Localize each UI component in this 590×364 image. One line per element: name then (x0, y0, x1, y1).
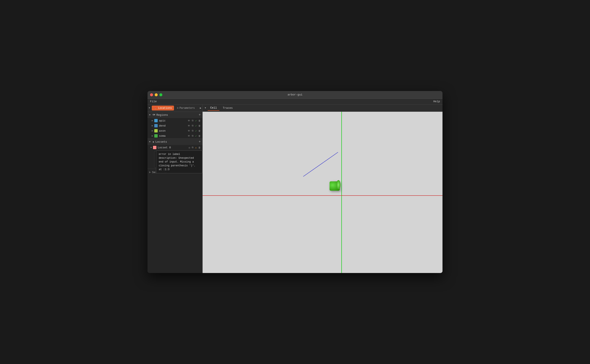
region-axon-delete-icon[interactable]: 🗑 (198, 130, 201, 132)
blue-axis-line (303, 152, 338, 176)
locset-0-right: ◎ ⧉ ⚠ 🗑 (189, 146, 201, 149)
regions-map-icon: 🗺 (153, 113, 155, 117)
region-apic-left: ▶ apic (152, 119, 166, 122)
locset-0-expand-icon[interactable]: ▼ (150, 146, 152, 149)
tab-arrow-icon: ▼ (149, 107, 150, 109)
locset-0-left: ▼ Locset 0 (150, 146, 171, 149)
tab-cell-label: Cell (210, 106, 217, 109)
locset-0-copy-icon[interactable]: ⧉ (192, 146, 194, 149)
sidebar: ▼ 📍 Locations ≡ Parameters ▶ Simulation (148, 104, 203, 273)
region-dend-right: 👁 ⧉ ✓ 🗑 (188, 124, 201, 127)
region-dend-eye-icon[interactable]: 👁 (188, 124, 190, 127)
tab-parameters[interactable]: ≡ Parameters (175, 106, 197, 110)
region-dend-color[interactable] (154, 124, 158, 127)
region-dend-delete-icon[interactable]: 🗑 (198, 124, 201, 127)
green-axis-line (342, 112, 342, 273)
region-axon-check-icon[interactable]: ✓ (195, 130, 197, 132)
selection-panel: ⊢ Selection (148, 169, 202, 273)
regions-label: Regions (156, 113, 168, 117)
locsets-collapse-icon: ▼ (149, 141, 150, 143)
locset-0-code-area: (1 error in label description: Unexpecte… (148, 150, 202, 169)
region-axon-copy-icon[interactable]: ⧉ (192, 130, 194, 132)
regions-title: ▼ 🗺 Regions (149, 113, 168, 117)
locset-0-warning-icon[interactable]: ⚠ (195, 146, 197, 149)
list-item: ▶ dend 👁 ⧉ ✓ 🗑 (148, 123, 202, 128)
title-bar: arbor-gui (148, 91, 442, 99)
red-axis-line (203, 195, 442, 196)
region-axon-left: ▶ axon (152, 129, 166, 132)
region-soma-left: ▶ soma (152, 134, 166, 137)
region-apic-check-icon[interactable]: ✓ (195, 119, 197, 122)
soma-object (329, 181, 340, 191)
region-axon-eye-icon[interactable]: 👁 (188, 130, 190, 132)
locset-0-label: Locset 0 (158, 146, 171, 149)
main-window: arbor-gui File Help ▼ 📍 Locations (148, 91, 442, 273)
locset-item-0: ▼ Locset 0 ◎ ⧉ ⚠ 🗑 (1 (148, 145, 202, 169)
list-item: ▶ soma 👁 ⧉ ✓ 🗑 (148, 133, 202, 138)
region-apic-right: 👁 ⧉ ✓ 🗑 (188, 119, 201, 122)
region-dend-label: dend (159, 124, 166, 127)
selection-cursor-icon: ⊢ (149, 171, 151, 174)
window-title: arbor-gui (288, 93, 302, 96)
region-soma-label: soma (159, 134, 166, 137)
tab-locations-label: Locations (158, 107, 172, 110)
region-apic-eye-icon[interactable]: 👁 (188, 119, 190, 122)
region-apic-label: apic (159, 119, 166, 122)
locsets-title: ▼ ◆ Locsets (149, 140, 167, 143)
menu-right: Help (433, 100, 440, 103)
tooltip-text: error in label description: Unexpected e… (159, 153, 195, 171)
error-tooltip: error in label description: Unexpected e… (156, 150, 202, 173)
region-axon-color[interactable] (154, 129, 158, 132)
locsets-label: Locsets (155, 140, 167, 143)
tab-locations[interactable]: 📍 Locations (152, 106, 174, 110)
region-soma-color[interactable] (154, 134, 158, 137)
help-menu[interactable]: Help (433, 100, 440, 103)
region-soma-expand-icon[interactable]: ▶ (152, 135, 153, 137)
menu-left: File (150, 100, 157, 103)
tab-parameters-label: Parameters (180, 107, 195, 110)
locsets-header[interactable]: ▼ ◆ Locsets + (148, 139, 202, 145)
region-soma-delete-icon[interactable]: 🗑 (198, 135, 201, 137)
locsets-section: ▼ ◆ Locsets + ▼ Locset 0 (148, 139, 202, 169)
region-dend-copy-icon[interactable]: ⧉ (192, 124, 194, 127)
parameters-tab-icon: ≡ (177, 107, 178, 110)
maximize-button[interactable] (159, 93, 162, 96)
region-dend-left: ▶ dend (152, 124, 166, 127)
region-soma-eye-icon[interactable]: 👁 (188, 135, 190, 137)
tab-traces[interactable]: Traces (220, 106, 235, 110)
region-apic-color[interactable] (154, 119, 158, 122)
locsets-add-button[interactable]: + (199, 140, 201, 144)
traffic-lights (150, 93, 162, 96)
close-button[interactable] (150, 93, 153, 96)
file-menu[interactable]: File (150, 100, 157, 103)
scene-container (203, 112, 442, 273)
tab-traces-label: Traces (223, 106, 233, 110)
locset-0-eye-icon[interactable]: ◎ (189, 146, 190, 149)
region-soma-right: 👁 ⧉ ✓ 🗑 (188, 135, 201, 137)
region-dend-expand-icon[interactable]: ▶ (152, 124, 153, 127)
locations-tab-icon: 📍 (154, 106, 157, 110)
locset-0-delete-icon[interactable]: 🗑 (198, 146, 201, 149)
locset-0-header-row: ▼ Locset 0 ◎ ⧉ ⚠ 🗑 (148, 145, 202, 150)
region-soma-copy-icon[interactable]: ⧉ (192, 135, 194, 137)
locsets-diamond-icon: ◆ (153, 140, 154, 143)
region-axon-expand-icon[interactable]: ▶ (152, 130, 153, 132)
minimize-button[interactable] (155, 93, 158, 96)
3d-canvas[interactable] (203, 112, 442, 273)
list-item: ▶ apic 👁 ⧉ ✓ 🗑 (148, 118, 202, 123)
list-item: ▶ axon 👁 ⧉ ✓ 🗑 (148, 128, 202, 133)
locset-0-color[interactable] (153, 146, 156, 149)
region-apic-delete-icon[interactable]: 🗑 (198, 119, 201, 122)
view-tab-bar: ▼ Cell Traces (203, 104, 442, 112)
regions-collapse-icon: ▼ (149, 114, 150, 116)
tab-cell[interactable]: Cell (208, 105, 219, 111)
region-apic-expand-icon[interactable]: ▶ (152, 119, 153, 122)
region-dend-check-icon[interactable]: ✓ (195, 124, 197, 127)
region-soma-check-icon[interactable]: ✓ (195, 135, 197, 137)
region-apic-copy-icon[interactable]: ⧉ (192, 119, 194, 122)
simulation-tab-icon: ▶ (200, 106, 201, 110)
region-axon-right: 👁 ⧉ ✓ 🗑 (188, 130, 201, 132)
regions-header[interactable]: ▼ 🗺 Regions + (148, 112, 202, 118)
menu-bar: File Help (148, 99, 442, 104)
regions-add-button[interactable]: + (199, 113, 201, 117)
